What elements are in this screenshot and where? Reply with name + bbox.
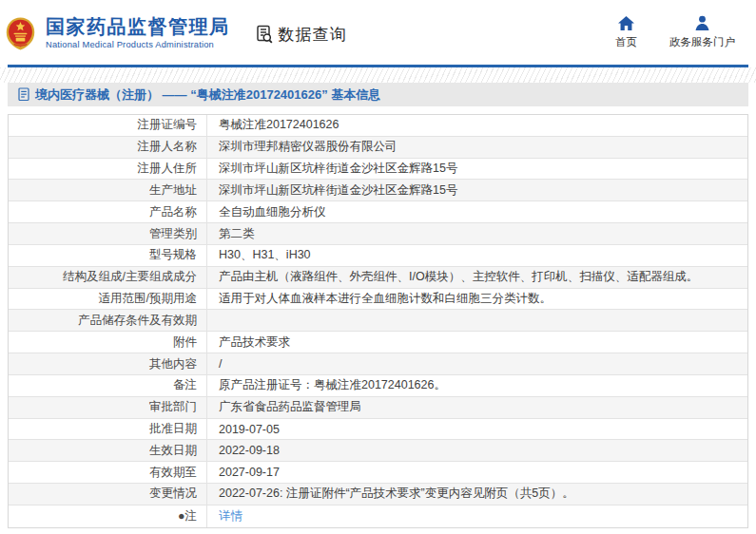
national-emblem-logo [6, 16, 35, 51]
org-name-en: National Medical Products Administration [46, 40, 230, 49]
table-row: 有效期至 2027-09-17 [9, 462, 747, 484]
detail-link[interactable]: 详情 [219, 508, 242, 524]
row-label: 备注 [9, 375, 207, 396]
table-row: 审批部门 广东省食品药品监督管理局 [9, 397, 747, 419]
table-row: 生产地址 深圳市坪山新区坑梓街道金沙社区金辉路15号 [9, 180, 747, 201]
row-value: 产品由主机（液路组件、外壳组件、I/O模块）、主控软件、打印机、扫描仪、适配器组… [207, 267, 747, 288]
data-query-text: 数据查询 [279, 24, 347, 46]
page-title: 境内医疗器械（注册） —— “粤械注准20172401626” 基本信息 [35, 86, 380, 104]
row-label: 其他内容 [9, 353, 207, 374]
nav-home-label: 首页 [615, 35, 637, 49]
table-row: 型号规格 H30、H31、iH30 [9, 245, 747, 267]
row-value: 原产品注册证号：粤械注准20172401626。 [207, 375, 747, 396]
org-name-zh: 国家药品监督管理局 [46, 16, 230, 37]
table-row: 备注 原产品注册证号：粤械注准20172401626。 [9, 375, 747, 397]
row-label: 生效日期 [9, 440, 207, 461]
row-value: / [207, 353, 747, 374]
table-row: 其他内容 / [9, 353, 747, 375]
table-row: 注册证编号 粤械注准20172401626 [9, 115, 747, 137]
row-label: 结构及组成/主要组成成分 [9, 267, 207, 288]
nav-portal-label: 政务服务门户 [669, 35, 735, 49]
row-value: 第二类 [207, 223, 747, 244]
row-value: 2022-09-18 [207, 440, 747, 461]
row-label: 变更情况 [9, 484, 207, 505]
row-value: 全自动血细胞分析仪 [207, 201, 747, 222]
row-label: 注册人名称 [9, 137, 207, 158]
brand[interactable]: 国家药品监督管理局 National Medical Products Admi… [6, 13, 230, 51]
row-value: 适用于对人体血液样本进行全血细胞计数和白细胞三分类计数。 [207, 289, 747, 310]
row-label: 有效期至 [9, 462, 207, 483]
table-row: 批准日期 2019-07-05 [9, 419, 747, 441]
row-label: 生产地址 [9, 180, 207, 200]
table-row: 注册人名称 深圳市理邦精密仪器股份有限公司 [9, 137, 747, 159]
row-value: 2022-07-26: 注册证附件“产品技术要求”变更内容见附页（共5页）。 [207, 484, 747, 505]
table-row: 注册人住所 深圳市坪山新区坑梓街道金沙社区金辉路15号 [9, 159, 747, 181]
row-value: 2019-07-05 [207, 419, 747, 440]
top-nav: 首页 政务服务门户 [615, 15, 735, 49]
row-label: 注册人住所 [9, 159, 207, 180]
row-label: 附件 [9, 332, 207, 353]
table-row: 产品名称 全自动血细胞分析仪 [9, 201, 747, 223]
info-table: 注册证编号 粤械注准20172401626 注册人名称 深圳市理邦精密仪器股份有… [8, 114, 748, 528]
row-label: 审批部门 [9, 397, 207, 418]
row-value: 详情 [207, 505, 747, 527]
table-row: ●注 详情 [9, 505, 747, 527]
table-row: 变更情况 2022-07-26: 注册证附件“产品技术要求”变更内容见附页（共5… [9, 484, 747, 505]
row-label: 管理类别 [9, 223, 207, 244]
row-label: 型号规格 [9, 245, 207, 266]
table-row: 适用范围/预期用途 适用于对人体血液样本进行全血细胞计数和白细胞三分类计数。 [9, 289, 747, 311]
row-value: 深圳市坪山新区坑梓街道金沙社区金辉路15号 [207, 180, 747, 200]
table-row: 产品储存条件及有效期 [9, 310, 747, 332]
table-row: 管理类别 第二类 [9, 223, 747, 245]
row-value: 2027-09-17 [207, 462, 747, 483]
row-value: 广东省食品药品监督管理局 [207, 397, 747, 418]
row-label: 注册证编号 [9, 115, 207, 136]
user-icon [693, 15, 711, 31]
breadcrumb: 境内医疗器械（注册） —— “粤械注准20172401626” 基本信息 [8, 83, 748, 106]
data-query-icon [256, 25, 275, 44]
nav-portal[interactable]: 政务服务门户 [669, 15, 735, 49]
table-row: 附件 产品技术要求 [9, 332, 747, 353]
row-value: 深圳市坪山新区坑梓街道金沙社区金辉路15号 [207, 159, 747, 180]
row-value [207, 310, 747, 331]
row-value: 产品技术要求 [207, 332, 747, 353]
row-value: 粤械注准20172401626 [207, 115, 747, 136]
data-query[interactable]: 数据查询 [256, 24, 347, 46]
decorative-hatch-band [0, 67, 756, 83]
row-label: 批准日期 [9, 419, 207, 440]
brand-text: 国家药品监督管理局 National Medical Products Admi… [46, 16, 230, 49]
row-value: H30、H31、iH30 [207, 245, 747, 266]
nav-home[interactable]: 首页 [615, 15, 637, 49]
table-row: 结构及组成/主要组成成分 产品由主机（液路组件、外壳组件、I/O模块）、主控软件… [9, 267, 747, 289]
home-icon [617, 15, 635, 31]
row-label: 产品储存条件及有效期 [9, 310, 207, 331]
document-icon [18, 87, 30, 102]
row-label: 产品名称 [9, 201, 207, 222]
page: 国家药品监督管理局 National Medical Products Admi… [0, 0, 756, 534]
table-row: 生效日期 2022-09-18 [9, 440, 747, 462]
site-header: 国家药品监督管理局 National Medical Products Admi… [0, 0, 756, 65]
row-label: ●注 [9, 505, 207, 527]
row-label: 适用范围/预期用途 [9, 289, 207, 310]
row-value: 深圳市理邦精密仪器股份有限公司 [207, 137, 747, 158]
